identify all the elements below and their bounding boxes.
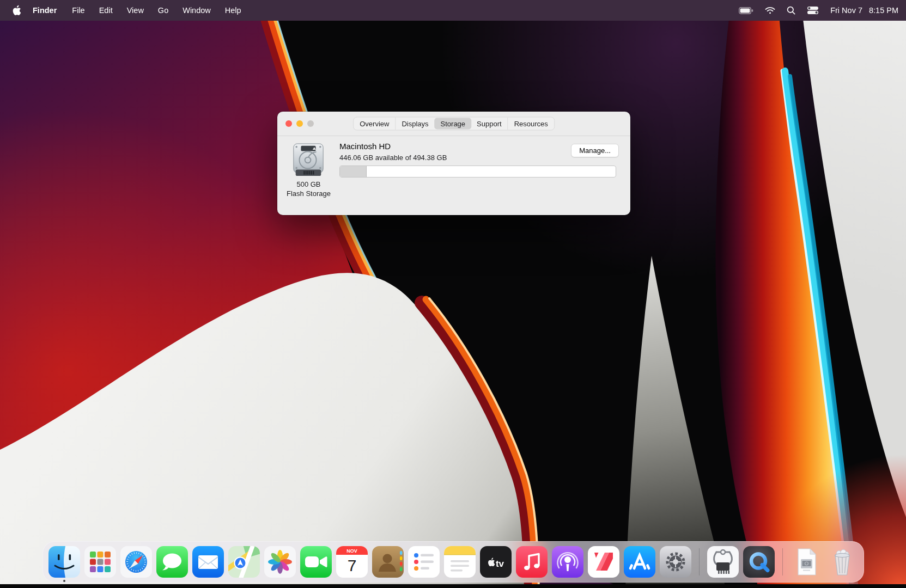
menu-item-view[interactable]: View — [120, 6, 151, 15]
dock-item-safari[interactable] — [120, 546, 152, 578]
notes-icon — [444, 546, 476, 578]
app-store-icon — [624, 546, 655, 578]
dock-item-trash[interactable] — [826, 546, 858, 578]
menu-item-file[interactable]: File — [65, 6, 92, 15]
dock-item-system-preferences[interactable] — [660, 546, 691, 578]
dock-item-facetime[interactable] — [300, 546, 332, 578]
dock-item-system-information[interactable] — [707, 546, 739, 578]
menu-left: Finder File Edit View Go Window Help — [12, 5, 248, 16]
window-titlebar[interactable]: Overview Displays Storage Support Resour… — [277, 112, 630, 136]
search-icon[interactable] — [787, 6, 795, 15]
news-icon — [588, 546, 619, 578]
calendar-month: NOV — [346, 548, 357, 554]
menu-time: 8:15 PM — [869, 6, 898, 15]
dock-item-contacts[interactable] — [372, 546, 404, 578]
dock-item-launchpad[interactable] — [84, 546, 116, 578]
facetime-icon — [300, 546, 332, 578]
storage-panel: 500 GB Flash Storage Macintosh HD 446.06… — [277, 136, 630, 215]
minimize-button[interactable] — [296, 120, 303, 127]
dock-separator — [782, 548, 783, 575]
dock-item-quicktime[interactable] — [743, 546, 775, 578]
window-controls — [285, 120, 314, 127]
hard-drive-icon — [292, 143, 325, 177]
wifi-icon[interactable] — [765, 7, 775, 14]
menu-status-area: Fri Nov 7 8:15 PM — [739, 6, 898, 15]
launchpad-icon — [84, 546, 116, 578]
dock-item-news[interactable] — [588, 546, 619, 578]
running-indicator — [63, 580, 65, 582]
dock-item-app-store[interactable] — [624, 546, 655, 578]
photos-icon — [264, 546, 296, 578]
apple-tv-icon: tv — [480, 546, 512, 578]
reminders-icon — [408, 546, 440, 578]
dock-item-document[interactable] — [791, 546, 822, 578]
dock-item-tv[interactable]: tv — [480, 546, 512, 578]
calendar-icon: NOV 7 — [336, 546, 368, 578]
apple-menu[interactable] — [12, 5, 25, 16]
disk-capacity-label: 500 GB — [277, 180, 340, 189]
finder-icon — [48, 546, 80, 578]
menu-bar: Finder File Edit View Go Window Help — [0, 0, 906, 21]
maps-icon — [228, 546, 260, 578]
music-icon — [516, 546, 548, 578]
disk-caption: 500 GB Flash Storage — [277, 180, 340, 198]
dock-item-messages[interactable] — [156, 546, 188, 578]
dock-item-mail[interactable] — [192, 546, 224, 578]
dock-item-notes[interactable] — [444, 546, 476, 578]
dock-item-photos[interactable] — [264, 546, 296, 578]
menu-item-go[interactable]: Go — [151, 6, 175, 15]
quicktime-icon — [743, 546, 775, 578]
desktop-wallpaper — [0, 0, 906, 588]
trash-full-icon — [826, 546, 858, 578]
dock-item-reminders[interactable] — [408, 546, 440, 578]
dock-item-maps[interactable] — [228, 546, 260, 578]
mail-icon — [192, 546, 224, 578]
system-preferences-icon — [660, 546, 691, 578]
podcasts-icon — [552, 546, 583, 578]
availability-text: 446.06 GB available of 494.38 GB — [339, 154, 447, 162]
disk-type-label: Flash Storage — [277, 189, 340, 198]
tv-label: tv — [495, 559, 504, 569]
document-icon — [791, 546, 822, 578]
tab-support[interactable]: Support — [471, 118, 508, 130]
contacts-icon — [372, 546, 404, 578]
menu-item-finder[interactable]: Finder — [25, 6, 65, 15]
menu-item-help[interactable]: Help — [218, 6, 248, 15]
dock-item-finder[interactable] — [48, 546, 80, 578]
menu-date: Fri Nov 7 — [830, 6, 862, 15]
dock-item-music[interactable] — [516, 546, 548, 578]
dock-item-calendar[interactable]: NOV 7 — [336, 546, 368, 578]
calendar-day: 7 — [347, 556, 356, 574]
messages-icon — [156, 546, 188, 578]
dock-item-podcasts[interactable] — [552, 546, 583, 578]
about-this-mac-window: Overview Displays Storage Support Resour… — [277, 112, 630, 215]
tab-overview[interactable]: Overview — [354, 118, 395, 130]
manage-button[interactable]: Manage... — [571, 144, 619, 157]
safari-icon — [120, 546, 152, 578]
menu-clock[interactable]: Fri Nov 7 8:15 PM — [830, 6, 898, 15]
dock-separator — [699, 548, 700, 575]
menu-item-window[interactable]: Window — [175, 6, 218, 15]
dock: NOV 7 — [42, 541, 864, 583]
apple-icon — [12, 5, 21, 16]
storage-used-segment — [340, 166, 367, 177]
screen-bottom-edge — [0, 584, 906, 588]
zoom-button-disabled — [307, 120, 314, 127]
window-tab-bar: Overview Displays Storage Support Resour… — [353, 117, 555, 131]
battery-icon[interactable] — [739, 7, 753, 14]
tab-resources[interactable]: Resources — [508, 118, 554, 130]
tab-displays[interactable]: Displays — [395, 118, 434, 130]
storage-usage-bar — [339, 166, 616, 177]
system-information-icon — [707, 546, 739, 578]
control-center-icon[interactable] — [807, 7, 819, 14]
menu-item-edit[interactable]: Edit — [92, 6, 120, 15]
tab-storage[interactable]: Storage — [435, 118, 472, 130]
close-button[interactable] — [285, 120, 292, 127]
volume-name: Macintosh HD — [339, 142, 391, 151]
